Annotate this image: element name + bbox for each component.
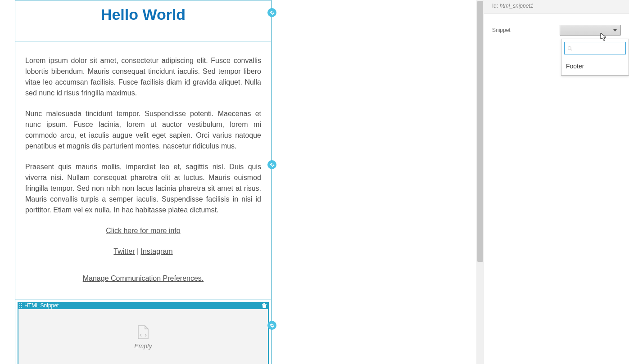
body-block[interactable]: Lorem ipsum dolor sit amet, consectetur … [15,42,271,299]
editor-canvas: Hello World Lorem ipsum dolor sit amet, … [0,0,477,364]
search-icon [567,45,573,51]
title-block[interactable]: Hello World [15,0,271,42]
snippet-field-label: Snippet [492,27,551,33]
svg-point-0 [568,47,571,50]
paragraph: Praesent quis mauris mollis, imperdiet l… [25,162,261,216]
preferences-link[interactable]: Manage Communication Preferences. [83,274,204,282]
instagram-link[interactable]: Instagram [141,247,173,255]
scrollbar-track[interactable] [476,0,484,364]
snippet-header[interactable]: HTML Snippet [18,302,269,309]
chevron-down-icon [613,29,617,31]
twitter-link[interactable]: Twitter [113,247,135,255]
gear-icon[interactable] [267,8,276,17]
email-preview[interactable]: Hello World Lorem ipsum dolor sit amet, … [15,0,272,364]
id-value: html_snippet1 [500,3,534,9]
dropdown-option-footer[interactable]: Footer [561,57,629,75]
page-title: Hello World [24,0,262,23]
gear-icon[interactable] [267,160,276,169]
snippet-dropdown[interactable] [560,25,621,36]
html-snippet-block[interactable]: HTML Snippet Empty [15,299,271,364]
svg-line-1 [570,49,572,51]
id-label: Id: [492,3,498,9]
snippet-body[interactable]: Empty [18,309,269,364]
dropdown-search-wrap [561,39,629,57]
scrollbar-thumb[interactable] [477,1,483,262]
dropdown-search-input[interactable] [575,45,623,52]
dropdown-panel: Footer [561,39,629,76]
gear-icon[interactable] [267,321,276,330]
trash-icon[interactable] [262,303,267,309]
id-header: Id: html_snippet1 [484,0,629,14]
snippet-row: Snippet [484,14,629,39]
file-code-icon [137,325,149,340]
drag-handle-icon[interactable] [19,303,23,308]
more-info-link[interactable]: Click here for more info [106,227,180,234]
paragraph: Nunc malesuada tincidunt tempor. Suspend… [25,108,261,152]
paragraph: Lorem ipsum dolor sit amet, consectetur … [25,55,261,99]
snippet-empty-label: Empty [134,342,152,350]
link-separator: | [135,247,140,255]
snippet-header-label: HTML Snippet [24,302,59,309]
